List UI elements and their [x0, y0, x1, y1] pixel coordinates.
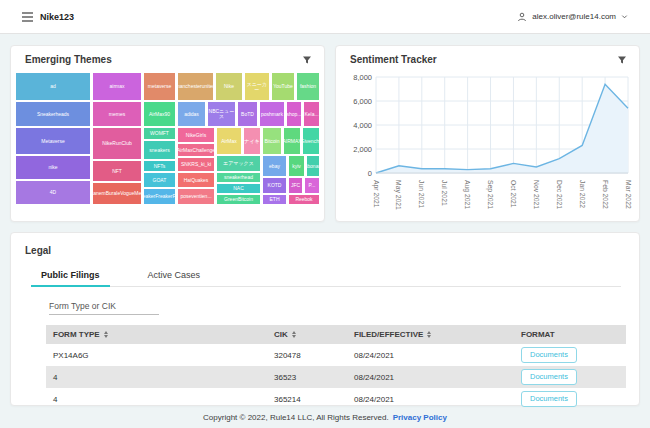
- emerging-themes-title: Emerging Themes: [25, 54, 112, 65]
- treemap-tile[interactable]: memes: [92, 101, 142, 127]
- area-fill: [376, 84, 628, 173]
- treemap-tile[interactable]: Bitcoin: [262, 127, 282, 155]
- documents-button[interactable]: Documents: [521, 391, 577, 407]
- treemap-tile[interactable]: AirMax90: [143, 101, 176, 127]
- treemap-tile-label: エアマックス: [223, 161, 254, 166]
- user-menu[interactable]: alex.oliver@rule14.com: [517, 12, 628, 22]
- treemap-tile-label: abonart: [306, 164, 320, 169]
- treemap-tile[interactable]: WOMFT: [143, 127, 176, 140]
- treemap-tile-label: NAC: [233, 186, 244, 191]
- sort-icon[interactable]: [104, 331, 108, 338]
- treemap-tile[interactable]: metaverse: [143, 72, 176, 101]
- treemap-tile[interactable]: adidas: [177, 101, 206, 127]
- sort-icon[interactable]: [427, 331, 431, 338]
- form-type-cik-input[interactable]: [49, 299, 159, 315]
- table-row: 4 36523 08/24/2021 Documents: [46, 366, 626, 388]
- treemap-tile[interactable]: poseventien...: [177, 188, 215, 205]
- x-tick-label: Dec 2021: [556, 180, 563, 209]
- emerging-themes-panel: Emerging Themes adSneakerheadsMetaversen…: [10, 45, 325, 222]
- col-cik: CIK: [274, 330, 288, 339]
- treemap-tile[interactable]: KOTD: [262, 177, 287, 194]
- tab-public-filings[interactable]: Public Filings: [31, 266, 110, 286]
- treemap-tile[interactable]: shop...: [286, 101, 302, 127]
- treemap-tile[interactable]: NikeRunClub: [92, 127, 142, 160]
- hamburger-icon[interactable]: [22, 12, 33, 22]
- treemap-tile[interactable]: sneakers: [143, 140, 176, 160]
- treemap-tile[interactable]: YouTube: [271, 72, 295, 101]
- treemap-tile-label: Reebok: [295, 197, 312, 202]
- treemap-tile[interactable]: sneakerhead: [216, 172, 261, 183]
- treemap-tile[interactable]: GreenBitcoin: [216, 194, 261, 205]
- treemap-tile[interactable]: airmax: [92, 72, 142, 101]
- x-tick-label: Apr 2021: [372, 180, 380, 208]
- cell-cik: 36523: [267, 366, 347, 388]
- treemap-tile[interactable]: SNKRS_ki_ki: [177, 157, 215, 172]
- filings-table: FORM TYPE CIK FILED/EFFECTIVE FORMAT PX1…: [46, 325, 626, 410]
- x-tick-label: Sep 2021: [486, 180, 494, 209]
- treemap-tile[interactable]: NBCニュース: [207, 101, 236, 127]
- treemap-tile[interactable]: Metaverse: [15, 127, 91, 155]
- treemap-tile[interactable]: fashion: [296, 72, 320, 101]
- treemap-tile-label: GreenBitcoin: [224, 197, 253, 202]
- table-header-row: FORM TYPE CIK FILED/EFFECTIVE FORMAT: [46, 325, 626, 344]
- treemap-tile-label: NFTs: [154, 164, 166, 169]
- treemap-tile-label: AIRMAX: [283, 139, 301, 144]
- x-tick-label: Mar 2022: [625, 180, 632, 209]
- treemap-tile-label: WOMFT: [150, 131, 169, 136]
- treemap-tile[interactable]: Sneakerheads: [15, 101, 91, 127]
- treemap-tile[interactable]: Nike: [215, 72, 243, 101]
- treemap-tile-label: KanemBuraleVogueMen: [92, 191, 142, 196]
- treemap-tile[interactable]: nike: [15, 155, 91, 180]
- treemap-tile[interactable]: AirMax: [216, 127, 242, 155]
- treemap-tile[interactable]: Kela...: [303, 101, 320, 127]
- treemap-tile[interactable]: P...: [304, 177, 320, 194]
- treemap-tile[interactable]: NFT: [92, 160, 142, 182]
- treemap-tile[interactable]: 4D: [15, 180, 91, 205]
- documents-button[interactable]: Documents: [521, 369, 577, 385]
- treemap-tile[interactable]: manchesterunited: [177, 72, 214, 101]
- documents-button[interactable]: Documents: [521, 347, 577, 363]
- treemap-tile[interactable]: ナイキ: [243, 127, 261, 155]
- treemap-tile-label: Kela...: [304, 112, 318, 117]
- tab-active-cases[interactable]: Active Cases: [138, 266, 211, 286]
- treemap-tile[interactable]: ad: [15, 72, 91, 101]
- x-tick-label: Aug 2021: [463, 180, 471, 209]
- treemap-tile[interactable]: abonart: [306, 155, 320, 177]
- treemap-tile-label: ナイキ: [244, 139, 259, 144]
- treemap-tile[interactable]: ETH: [262, 194, 287, 205]
- treemap-tile[interactable]: Givenchy: [302, 127, 320, 155]
- treemap-tile[interactable]: AIRMAX: [283, 127, 301, 155]
- treemap-tile[interactable]: NFTs: [143, 160, 176, 172]
- treemap-tile-label: NikeRunClub: [102, 141, 131, 146]
- treemap-tile-label: adidas: [184, 112, 199, 117]
- treemap-tile[interactable]: SneakerFreakerFam: [143, 188, 176, 205]
- x-tick-label: Nov 2021: [533, 180, 540, 209]
- x-tick-label: Feb 2022: [602, 180, 609, 209]
- treemap-tile[interactable]: BoTD: [237, 101, 258, 127]
- user-icon: [517, 12, 527, 22]
- treemap-tile[interactable]: AirMaxChallenge: [177, 143, 215, 157]
- treemap-tile-label: Nike: [224, 84, 234, 89]
- treemap: adSneakerheadsMetaversenike4Dairmaxmemes…: [15, 72, 320, 205]
- treemap-tile[interactable]: kyiv: [288, 155, 305, 177]
- privacy-policy-link[interactable]: Privacy Policy: [393, 413, 447, 422]
- treemap-tile[interactable]: HaiQuakes: [177, 172, 215, 188]
- treemap-tile-label: AirMaxChallenge: [177, 148, 215, 153]
- treemap-tile[interactable]: GOAT: [143, 172, 176, 188]
- treemap-tile[interactable]: KanemBuraleVogueMen: [92, 182, 142, 205]
- treemap-tile[interactable]: NAC: [216, 183, 261, 194]
- treemap-tile[interactable]: Reebok: [288, 194, 320, 205]
- treemap-tile[interactable]: エアマックス: [216, 155, 261, 172]
- filter-icon[interactable]: [302, 55, 312, 65]
- treemap-tile[interactable]: poshmark: [259, 101, 285, 127]
- y-tick-label: 8,000: [353, 73, 372, 82]
- filter-icon[interactable]: [617, 55, 627, 65]
- treemap-tile[interactable]: NikeGirls: [177, 127, 215, 143]
- col-format: FORMAT: [521, 330, 555, 339]
- treemap-tile-label: NBCニュース: [208, 109, 235, 119]
- treemap-tile[interactable]: ebay: [262, 155, 287, 177]
- treemap-tile[interactable]: JFC: [288, 177, 303, 194]
- table-row: PX14A6G 320478 08/24/2021 Documents: [46, 344, 626, 366]
- treemap-tile[interactable]: スニーカー: [244, 72, 270, 101]
- sort-icon[interactable]: [292, 331, 296, 338]
